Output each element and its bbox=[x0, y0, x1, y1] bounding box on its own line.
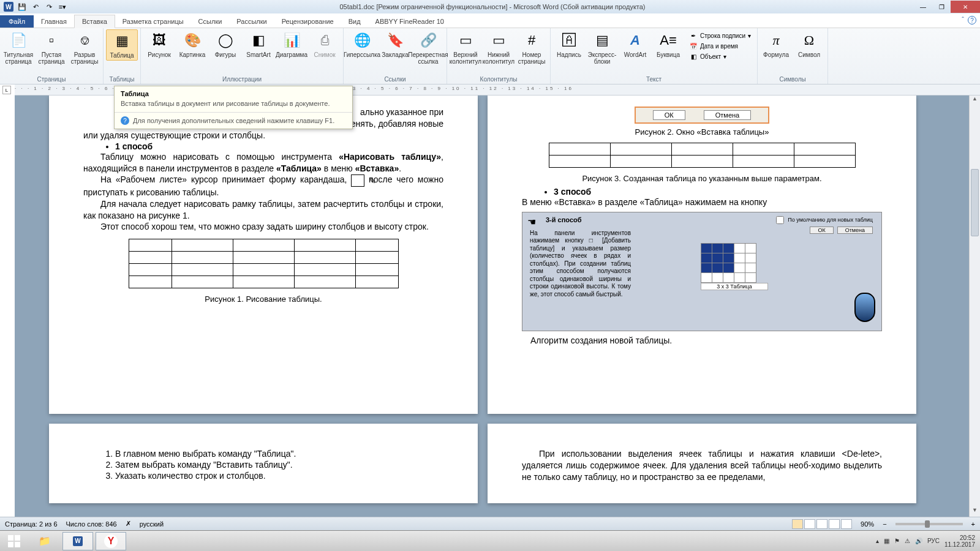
figure1-table bbox=[129, 239, 399, 288]
tray-lang[interactable]: РУС bbox=[927, 538, 940, 544]
zoom-level[interactable]: 90% bbox=[861, 520, 874, 528]
minimize-ribbon-icon[interactable]: ˆ bbox=[962, 16, 964, 24]
group-headers-label: Колонтитулы bbox=[450, 75, 548, 84]
figure3-table bbox=[549, 143, 856, 168]
outline-view[interactable] bbox=[829, 519, 840, 529]
document-area[interactable]: 15 · 16 · 17 · 18 · 19 · 20 · 21 · 22 · … bbox=[15, 96, 969, 517]
svg-rect-2 bbox=[8, 542, 13, 547]
tab-view[interactable]: Вид bbox=[341, 15, 368, 28]
tab-abbyy[interactable]: ABBYY FineReader 10 bbox=[368, 15, 451, 28]
footer-icon: ▭ bbox=[489, 31, 508, 50]
zoom-out-button[interactable]: − bbox=[883, 520, 886, 528]
restore-button[interactable]: ❐ bbox=[932, 1, 951, 13]
pencil-icon: ✎ bbox=[351, 174, 364, 187]
ruler-corner[interactable]: L bbox=[2, 86, 11, 94]
taskbar-explorer[interactable]: 📁 bbox=[29, 532, 60, 550]
vertical-scrollbar[interactable]: ▲ ▼ bbox=[969, 96, 980, 517]
tray-show-hidden-icon[interactable]: ▴ bbox=[876, 538, 879, 544]
zoom-slider[interactable] bbox=[895, 523, 963, 525]
header-button[interactable]: ▭Верхний колонтитул bbox=[450, 29, 481, 66]
qat-customize-icon[interactable]: ≡▾ bbox=[56, 1, 69, 12]
cover-page-button[interactable]: 📄Титульная страница bbox=[2, 29, 34, 66]
tab-review[interactable]: Рецензирование bbox=[274, 15, 341, 28]
group-text-label: Текст bbox=[553, 75, 755, 84]
screenshot-icon: ⎙ bbox=[315, 31, 334, 50]
screenshot-button[interactable]: ⎙Снимок bbox=[309, 29, 341, 59]
page-break-button[interactable]: ⎊Разрыв страницы bbox=[69, 29, 100, 66]
redo-icon[interactable]: ↷ bbox=[43, 1, 55, 12]
clipart-button[interactable]: 🎨Картинка bbox=[176, 29, 208, 59]
object-button[interactable]: ◧Объект ▾ bbox=[687, 51, 753, 61]
smartart-button[interactable]: ◧SmartArt bbox=[243, 29, 274, 59]
page-break-icon: ⎊ bbox=[75, 31, 94, 50]
taskbar-yandex[interactable]: Y bbox=[96, 532, 126, 550]
signature-line-button[interactable]: ✒Строка подписи ▾ bbox=[687, 31, 753, 40]
status-page[interactable]: Страница: 2 из 6 bbox=[5, 520, 58, 528]
taskbar-word[interactable]: W bbox=[62, 532, 93, 550]
group-tables-label: Таблицы bbox=[106, 75, 138, 84]
quickparts-button[interactable]: ▤Экспресс-блоки bbox=[586, 29, 618, 66]
dlg-ok-button: ОК bbox=[653, 110, 685, 120]
tab-references[interactable]: Ссылки bbox=[191, 15, 230, 28]
symbol-button[interactable]: ΩСимвол bbox=[793, 29, 825, 59]
cover-page-icon: 📄 bbox=[9, 31, 28, 50]
close-button[interactable]: ✕ bbox=[951, 1, 980, 13]
proofing-icon[interactable]: ✗ bbox=[126, 520, 131, 528]
svg-rect-3 bbox=[15, 542, 20, 547]
print-layout-view[interactable] bbox=[792, 519, 803, 529]
help-icon[interactable]: ? bbox=[968, 16, 976, 24]
tray-devices-icon[interactable]: ▦ bbox=[884, 538, 889, 544]
system-tray: ▴ ▦ ⚑ ⚠ 🔊 РУС 20:52 11.12.2017 bbox=[876, 534, 980, 548]
tray-action-center-icon[interactable]: ⚑ bbox=[894, 538, 900, 544]
date-time-button[interactable]: 📅Дата и время bbox=[687, 41, 753, 51]
tray-network-icon[interactable]: ⚠ bbox=[905, 538, 910, 544]
crossref-button[interactable]: 🔗Перекрестная ссылка bbox=[412, 29, 444, 66]
tab-mailings[interactable]: Рассылки bbox=[229, 15, 274, 28]
scroll-thumb[interactable] bbox=[971, 169, 979, 236]
fullscreen-view[interactable] bbox=[804, 519, 815, 529]
zoom-in-button[interactable]: + bbox=[971, 520, 975, 528]
hyperlink-button[interactable]: 🌐Гиперссылка bbox=[346, 29, 378, 59]
picture-icon: 🖼 bbox=[149, 31, 169, 50]
page-number-button[interactable]: #Номер страницы bbox=[516, 29, 548, 66]
scroll-down-icon[interactable]: ▼ bbox=[970, 507, 980, 517]
svg-rect-0 bbox=[8, 535, 13, 541]
tooltip-body: Вставка таблицы в документ или рисование… bbox=[115, 99, 352, 112]
tray-clock[interactable]: 20:52 11.12.2017 bbox=[944, 534, 975, 548]
tab-page-layout[interactable]: Разметка страницы bbox=[115, 15, 191, 28]
tab-insert[interactable]: Вставка bbox=[74, 15, 115, 28]
crossref-icon: 🔗 bbox=[418, 31, 438, 50]
web-layout-view[interactable] bbox=[816, 519, 827, 529]
status-language[interactable]: русский bbox=[140, 520, 164, 528]
tray-volume-icon[interactable]: 🔊 bbox=[915, 538, 922, 544]
undo-icon[interactable]: ↶ bbox=[29, 1, 42, 12]
start-button[interactable] bbox=[0, 535, 28, 547]
footer-button[interactable]: ▭Нижний колонтитул bbox=[483, 29, 514, 66]
file-tab[interactable]: Файл bbox=[0, 15, 34, 28]
draft-view[interactable] bbox=[841, 519, 852, 529]
bookmark-button[interactable]: 🔖Закладка bbox=[379, 29, 411, 59]
table-button[interactable]: ▦Таблица bbox=[106, 29, 138, 61]
equation-button[interactable]: πФормула bbox=[760, 29, 792, 59]
save-icon[interactable]: 💾 bbox=[16, 1, 28, 12]
wordart-button[interactable]: AWordArt bbox=[619, 29, 651, 59]
group-headers: ▭Верхний колонтитул ▭Нижний колонтитул #… bbox=[447, 28, 551, 84]
textbox-button[interactable]: 🄰Надпись bbox=[553, 29, 585, 59]
minimize-button[interactable]: — bbox=[914, 1, 932, 13]
blank-page-button[interactable]: ▫Пустая страница bbox=[36, 29, 67, 66]
page-right-top: ОК Отмена Рисунок 2. Окно «Вставка табли… bbox=[488, 96, 916, 414]
shapes-button[interactable]: ◯Фигуры bbox=[209, 29, 241, 59]
status-bar: Страница: 2 из 6 Число слов: 846 ✗ русск… bbox=[0, 517, 980, 530]
group-pages-label: Страницы bbox=[2, 75, 100, 84]
chart-button[interactable]: 📊Диаграмма bbox=[276, 29, 307, 59]
shapes-icon: ◯ bbox=[216, 31, 235, 50]
word-app-icon[interactable]: W bbox=[2, 1, 15, 12]
scroll-up-icon[interactable]: ▲ bbox=[970, 96, 980, 105]
hyperlink-icon: 🌐 bbox=[352, 31, 372, 50]
chart-icon: 📊 bbox=[282, 31, 301, 50]
dropcap-button[interactable]: A≡Буквица bbox=[652, 29, 684, 59]
status-words[interactable]: Число слов: 846 bbox=[66, 520, 117, 528]
picture-button[interactable]: 🖼Рисунок bbox=[143, 29, 175, 59]
group-illus-label: Иллюстрации bbox=[143, 75, 341, 84]
tab-home[interactable]: Главная bbox=[34, 15, 74, 28]
